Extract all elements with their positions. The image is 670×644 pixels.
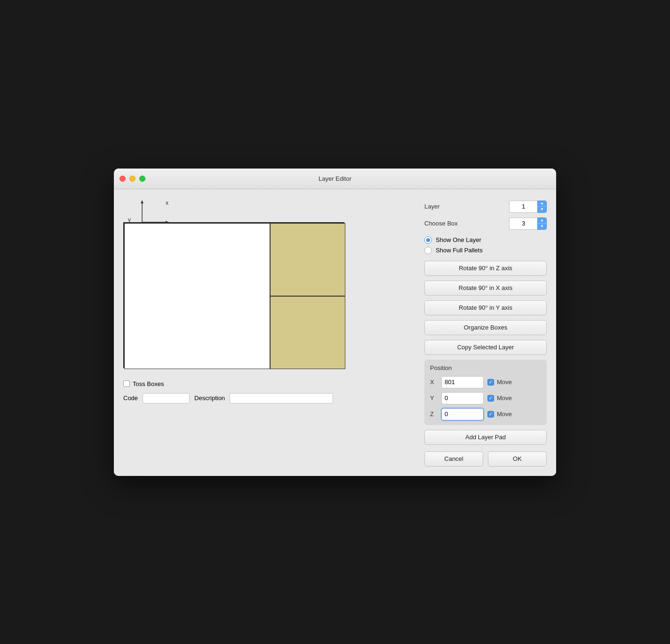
left-panel: x y Toss Boxes Code (123, 199, 415, 467)
rotate-z-button[interactable]: Rotate 90° in Z axis (424, 261, 547, 276)
pos-z-move-item[interactable]: ✓ Move (487, 411, 512, 418)
pos-y-move-label: Move (497, 394, 512, 402)
add-layer-pad-button[interactable]: Add Layer Pad (424, 430, 547, 445)
show-full-pallets-label: Show Full Pallets (436, 247, 483, 254)
rotate-y-button[interactable]: Rotate 90° in Y axis (424, 300, 547, 315)
minimize-button[interactable] (129, 176, 136, 182)
layer-label: Layer (424, 203, 462, 210)
code-label: Code (123, 394, 138, 402)
svg-marker-3 (141, 200, 144, 203)
pos-x-input[interactable] (441, 376, 484, 388)
axis-y-label: y (128, 217, 131, 223)
layer-increment-button[interactable]: ▲ (538, 201, 546, 207)
show-full-pallets-radio[interactable]: Show Full Pallets (424, 247, 547, 254)
layer-canvas (123, 222, 344, 368)
box-cell-3 (270, 296, 345, 369)
pos-x-row: X ✓ Move (430, 376, 541, 388)
close-button[interactable] (120, 176, 126, 182)
show-one-layer-radio-circle[interactable] (424, 236, 432, 244)
pos-x-move-checkbox[interactable]: ✓ (487, 379, 494, 386)
show-one-layer-radio[interactable]: Show One Layer (424, 236, 547, 244)
organize-boxes-button[interactable]: Organize Boxes (424, 320, 547, 335)
choose-box-label: Choose Box (424, 220, 462, 227)
box-cell-2 (124, 223, 270, 369)
cancel-button[interactable]: Cancel (424, 451, 483, 467)
pos-x-move-item[interactable]: ✓ Move (487, 378, 512, 386)
copy-selected-layer-button[interactable]: Copy Selected Layer (424, 340, 547, 355)
main-content: x y Toss Boxes Code (114, 189, 556, 476)
code-input[interactable] (143, 393, 190, 403)
pos-z-move-checkbox[interactable]: ✓ (487, 411, 494, 418)
pos-z-label: Z (430, 411, 438, 418)
pos-y-move-item[interactable]: ✓ Move (487, 394, 512, 402)
svg-marker-2 (166, 221, 169, 224)
maximize-button[interactable] (139, 176, 145, 182)
toss-boxes-label: Toss Boxes (133, 380, 164, 387)
layer-spinner-buttons: ▲ ▼ (537, 201, 547, 213)
pos-y-checkmark: ✓ (489, 396, 493, 401)
pos-z-input[interactable] (441, 408, 484, 420)
toss-boxes-checkbox-item[interactable]: Toss Boxes (123, 380, 164, 387)
choose-box-field-row: Choose Box ▲ ▼ (424, 217, 547, 230)
choose-box-input[interactable] (509, 217, 537, 230)
pos-x-label: X (430, 378, 438, 386)
box-cell-1 (270, 223, 345, 296)
description-label: Description (194, 394, 225, 402)
pos-z-row: Z ✓ Move (430, 408, 541, 420)
bottom-buttons: Cancel OK (424, 451, 547, 467)
canvas-area: x y (123, 199, 415, 368)
pos-y-label: Y (430, 394, 438, 402)
toss-boxes-row: Toss Boxes (123, 380, 415, 387)
toss-boxes-checkbox[interactable] (123, 380, 130, 387)
code-desc-row: Code Description (123, 393, 415, 403)
description-input[interactable] (230, 393, 333, 403)
pos-z-move-label: Move (497, 411, 512, 418)
pos-y-row: Y ✓ Move (430, 392, 541, 404)
show-one-layer-radio-dot (426, 238, 430, 242)
axis-x-label: x (166, 200, 168, 206)
title-bar: Layer Editor (114, 169, 556, 189)
traffic-lights (120, 176, 145, 182)
choose-box-decrement-button[interactable]: ▼ (538, 224, 546, 229)
choose-box-increment-button[interactable]: ▲ (538, 218, 546, 224)
show-full-pallets-radio-circle[interactable] (424, 247, 432, 254)
position-section: Position X ✓ Move Y (424, 360, 547, 425)
pos-x-move-label: Move (497, 378, 512, 386)
window-title: Layer Editor (319, 175, 351, 182)
pos-z-checkmark: ✓ (489, 412, 493, 417)
layer-decrement-button[interactable]: ▼ (538, 207, 546, 212)
bottom-controls: Toss Boxes Code Description (123, 376, 415, 403)
right-panel: Layer ▲ ▼ Choose Box ▲ ▼ (424, 199, 547, 467)
ok-button[interactable]: OK (488, 451, 547, 467)
layer-field-row: Layer ▲ ▼ (424, 201, 547, 213)
layer-spinner: ▲ ▼ (509, 201, 547, 213)
rotate-x-button[interactable]: Rotate 90° in X axis (424, 281, 547, 296)
choose-box-spinner: ▲ ▼ (509, 217, 547, 230)
layer-input[interactable] (509, 201, 537, 213)
axis-svg (128, 199, 213, 227)
position-title: Position (430, 364, 541, 371)
main-window: Layer Editor x y (114, 169, 556, 476)
pos-x-checkmark: ✓ (489, 380, 493, 385)
show-one-layer-label: Show One Layer (436, 236, 481, 243)
choose-box-spinner-buttons: ▲ ▼ (537, 217, 547, 230)
view-radio-group: Show One Layer Show Full Pallets (424, 236, 547, 254)
pos-y-move-checkbox[interactable]: ✓ (487, 395, 494, 402)
pos-y-input[interactable] (441, 392, 484, 404)
